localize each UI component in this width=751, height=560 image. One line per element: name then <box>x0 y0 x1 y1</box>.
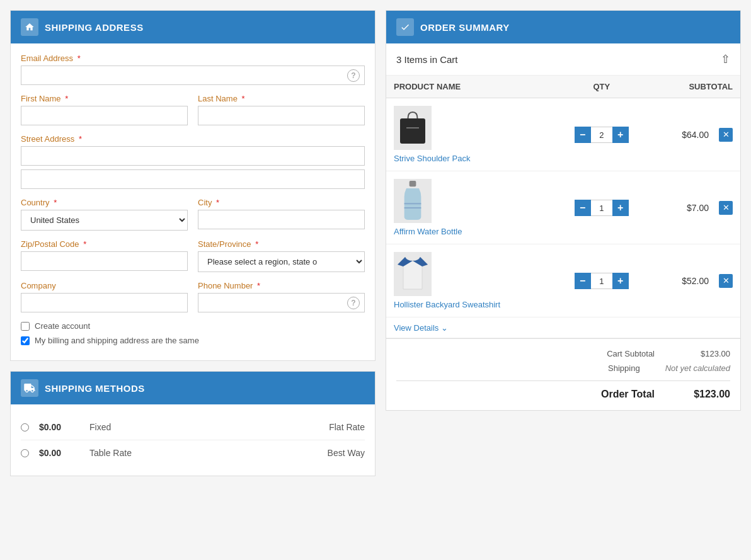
totals-divider <box>396 380 730 381</box>
product-image-1 <box>394 179 432 223</box>
first-name-label: First Name * <box>21 94 188 103</box>
remove-item-0[interactable]: ✕ <box>719 128 733 142</box>
table-row: Hollister Backyard Sweatshirt − 1 + $52.… <box>386 244 740 317</box>
svg-rect-2 <box>410 181 416 186</box>
phone-row: Phone Number * ? <box>198 281 365 312</box>
state-select[interactable]: Please select a region, state o <box>198 251 365 272</box>
shipping-price: $0.00 <box>39 422 89 432</box>
email-row: Email Address * ? <box>21 54 365 85</box>
order-total-value: $123.00 <box>680 389 730 400</box>
zip-input[interactable] <box>21 251 188 271</box>
country-label: Country * <box>21 198 188 207</box>
cart-subtotal-value: $123.00 <box>680 349 730 358</box>
shipping-radio-1[interactable] <box>21 449 29 457</box>
checkmark-icon <box>396 18 414 36</box>
city-row: City * <box>198 198 365 231</box>
shipping-type: Table Rate <box>89 448 328 458</box>
col-product-name: PRODUCT NAME <box>386 76 554 98</box>
phone-label: Phone Number * <box>198 281 365 290</box>
qty-controls-0: − 2 + <box>561 127 642 143</box>
home-icon <box>21 18 38 36</box>
table-row: Strive Shoulder Pack − 2 + $64.00 ✕ <box>386 98 740 171</box>
product-link-2[interactable]: Hollister Backyard Sweatshirt <box>394 300 546 309</box>
qty-cell-1: − 1 + <box>554 171 650 244</box>
shipping-methods-header: SHIPPING METHODS <box>11 372 375 404</box>
table-header-row: PRODUCT NAME QTY SUBTOTAL <box>386 76 740 98</box>
first-name-input[interactable] <box>21 106 188 125</box>
country-select[interactable]: United States <box>21 210 188 231</box>
subtotal-value-2: $52.00 <box>682 276 709 286</box>
company-row: Company <box>21 281 188 312</box>
country-row: Country * United States <box>21 198 188 231</box>
company-input[interactable] <box>21 293 188 312</box>
shipping-methods-body: $0.00 Fixed Flat Rate $0.00 Table Rate B… <box>11 404 375 476</box>
order-summary-section: ORDER SUMMARY 3 Items in Cart ⇧ PRODUCT … <box>386 10 741 411</box>
street-address-row: Street Address * <box>21 134 365 189</box>
product-link-1[interactable]: Affirm Water Bottle <box>394 227 546 236</box>
right-column: ORDER SUMMARY 3 Items in Cart ⇧ PRODUCT … <box>386 10 741 486</box>
phone-input[interactable] <box>198 293 365 312</box>
shipping-radio-0[interactable] <box>21 423 29 431</box>
last-name-input[interactable] <box>198 106 365 125</box>
totals-section: Cart Subtotal $123.00 Shipping Not yet c… <box>386 338 740 410</box>
qty-decrease-1[interactable]: − <box>575 200 591 216</box>
order-summary-header: ORDER SUMMARY <box>386 11 740 43</box>
shipping-price: $0.00 <box>39 448 89 458</box>
remove-item-2[interactable]: ✕ <box>719 274 733 288</box>
shipping-name: Best Way <box>328 448 365 458</box>
last-name-label: Last Name * <box>198 94 365 103</box>
city-input[interactable] <box>198 210 365 229</box>
subtotal-cell-0: $64.00 ✕ <box>650 98 740 171</box>
truck-icon <box>21 379 38 397</box>
cart-item-count: 3 Items in Cart <box>396 54 458 65</box>
svg-rect-0 <box>400 118 425 144</box>
shipping-value: Not yet calculated <box>665 363 730 373</box>
qty-decrease-2[interactable]: − <box>575 273 591 289</box>
shipping-methods-list: $0.00 Fixed Flat Rate $0.00 Table Rate B… <box>21 414 365 466</box>
qty-decrease-0[interactable]: − <box>575 127 591 143</box>
last-name-row: Last Name * <box>198 94 365 125</box>
shipping-address-section: SHIPPING ADDRESS Email Address * ? <box>10 10 376 361</box>
shipping-method-row: $0.00 Table Rate Best Way <box>21 440 365 466</box>
qty-cell-2: − 1 + <box>554 244 650 317</box>
phone-help-icon[interactable]: ? <box>347 297 360 309</box>
billing-same-checkbox[interactable] <box>21 336 30 345</box>
qty-increase-1[interactable]: + <box>612 200 629 216</box>
zip-label: Zip/Postal Code * <box>21 239 188 249</box>
email-label: Email Address * <box>21 54 365 63</box>
svg-rect-4 <box>404 207 421 209</box>
table-row: Affirm Water Bottle − 1 + $7.00 ✕ <box>386 171 740 244</box>
product-table: PRODUCT NAME QTY SUBTOTAL Strive Shoulde… <box>386 76 740 317</box>
street-address-line1[interactable] <box>21 146 365 166</box>
state-row: State/Province * Please select a region,… <box>198 239 365 272</box>
create-account-checkbox[interactable] <box>21 322 30 331</box>
shipping-address-header: SHIPPING ADDRESS <box>11 11 375 43</box>
view-details-button[interactable]: View Details ⌄ <box>394 323 448 333</box>
email-input-wrapper: ? <box>21 66 365 85</box>
qty-increase-0[interactable]: + <box>612 127 629 143</box>
cart-toggle[interactable]: 3 Items in Cart ⇧ <box>386 43 740 76</box>
product-image-2 <box>394 252 432 296</box>
qty-controls-1: − 1 + <box>561 200 642 216</box>
zip-row: Zip/Postal Code * <box>21 239 188 272</box>
view-details-row: View Details ⌄ <box>386 317 740 338</box>
remove-item-1[interactable]: ✕ <box>719 201 733 215</box>
subtotal-cell-2: $52.00 ✕ <box>650 244 740 317</box>
shipping-method-row: $0.00 Fixed Flat Rate <box>21 414 365 440</box>
product-table-body: Strive Shoulder Pack − 2 + $64.00 ✕ <box>386 98 740 317</box>
chevron-up-icon: ⇧ <box>721 52 730 66</box>
cart-subtotal-row: Cart Subtotal $123.00 <box>396 346 730 361</box>
product-link-0[interactable]: Strive Shoulder Pack <box>394 154 546 163</box>
col-subtotal: SUBTOTAL <box>650 76 740 98</box>
street-address-line2[interactable] <box>21 169 365 189</box>
svg-rect-3 <box>404 203 421 204</box>
email-input[interactable] <box>21 66 365 85</box>
street-label: Street Address * <box>21 134 365 144</box>
left-column: SHIPPING ADDRESS Email Address * ? <box>10 10 376 486</box>
qty-increase-2[interactable]: + <box>612 273 629 289</box>
shipping-name: Flat Rate <box>329 422 365 432</box>
qty-cell-0: − 2 + <box>554 98 650 171</box>
email-help-icon[interactable]: ? <box>347 69 360 82</box>
col-qty: QTY <box>554 76 650 98</box>
shipping-label: Shipping <box>608 363 640 373</box>
